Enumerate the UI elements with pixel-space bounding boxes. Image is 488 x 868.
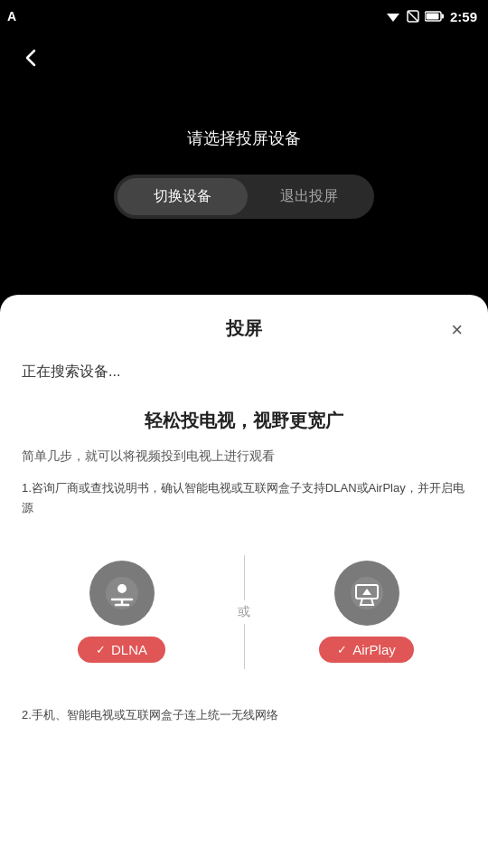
device-options: ✓ DLNA 或 [22, 555, 466, 669]
svg-line-2 [408, 11, 418, 22]
switch-device-button[interactable]: 切换设备 [117, 178, 248, 215]
divider-line-top [244, 555, 245, 600]
close-button[interactable]: × [447, 316, 466, 344]
step2-text: 2.手机、智能电视或互联网盒子连上统一无线网络 [22, 705, 466, 725]
dlna-check-icon: ✓ [96, 643, 106, 656]
svg-marker-0 [387, 14, 399, 22]
sim-icon [407, 10, 419, 23]
status-left: A [7, 9, 16, 24]
dlna-icon [105, 576, 139, 610]
dlna-icon-circle [89, 561, 155, 626]
bottom-sheet: 投屏 × 正在搜索设备... 轻松投电视，视野更宽广 简单几步，就可以将视频投到… [0, 295, 488, 868]
airplay-icon [350, 576, 384, 610]
airplay-device-item[interactable]: ✓ AirPlay [267, 561, 466, 663]
svg-rect-5 [426, 14, 438, 20]
back-button[interactable] [14, 42, 47, 80]
divider-line-bottom [244, 624, 245, 669]
action-button-group: 切换设备 退出投屏 [114, 175, 374, 219]
status-bar: A 2:59 [0, 0, 488, 33]
airplay-label: AirPlay [352, 642, 396, 657]
dlna-label: DLNA [111, 642, 147, 657]
select-device-title: 请选择投屏设备 [187, 127, 301, 149]
svg-point-7 [117, 584, 127, 593]
exit-cast-button[interactable]: 退出投屏 [248, 178, 371, 215]
promo-subtitle: 简单几步，就可以将视频投到电视上进行观看 [22, 446, 466, 466]
dlna-device-item[interactable]: ✓ DLNA [22, 561, 221, 663]
or-text: 或 [238, 604, 250, 620]
or-divider: 或 [221, 555, 267, 669]
battery-icon [425, 11, 445, 22]
time-display: 2:59 [450, 9, 477, 24]
sheet-title: 投屏 [226, 316, 262, 341]
searching-text: 正在搜索设备... [22, 363, 466, 382]
airplay-check-icon: ✓ [337, 643, 347, 656]
promo-title: 轻松投电视，视野更宽广 [22, 409, 466, 433]
app-icon: A [7, 9, 16, 24]
top-area: 请选择投屏设备 切换设备 退出投屏 [0, 33, 488, 295]
status-right: 2:59 [385, 9, 477, 24]
airplay-badge[interactable]: ✓ AirPlay [319, 637, 414, 663]
svg-rect-4 [441, 14, 444, 19]
promo-desc: 1.咨询厂商或查找说明书，确认智能电视或互联网盒子支持DLAN或AirPlay，… [22, 478, 466, 518]
airplay-icon-circle [334, 561, 399, 626]
dlna-badge[interactable]: ✓ DLNA [78, 637, 165, 663]
sheet-header: 投屏 × [22, 316, 466, 341]
wifi-icon [385, 10, 401, 23]
